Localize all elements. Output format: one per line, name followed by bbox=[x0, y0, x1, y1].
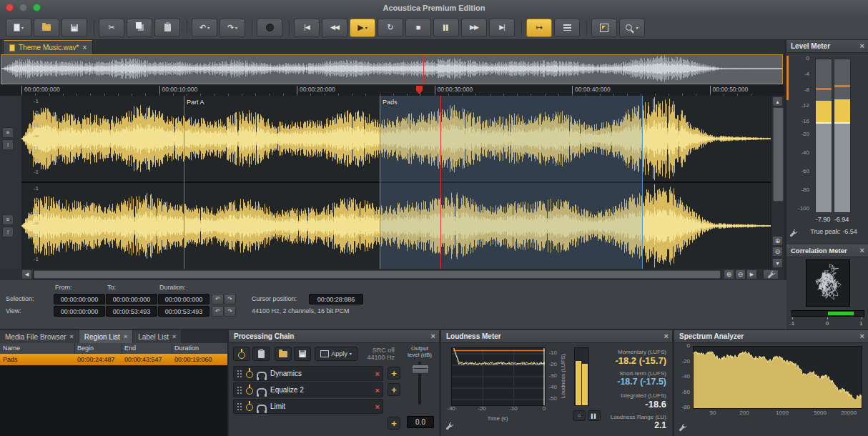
marker-label-pads[interactable]: Pads bbox=[383, 99, 398, 106]
open-file-button[interactable] bbox=[34, 19, 59, 37]
scroll-left-button[interactable]: ◀ bbox=[21, 269, 32, 279]
tab-media-file-browser[interactable]: Media File Browser × bbox=[0, 330, 79, 343]
view-undo-button[interactable]: ↶ bbox=[212, 306, 224, 317]
zoom-out-vertical-button[interactable]: ⊖ bbox=[772, 247, 783, 257]
view-to-field[interactable]: 00:00:53:493 bbox=[106, 306, 157, 317]
close-icon[interactable]: × bbox=[860, 247, 864, 254]
dropdown-icon[interactable]: ▾ bbox=[21, 26, 24, 30]
overview-waveform[interactable] bbox=[1, 54, 783, 84]
go-to-start-button[interactable]: |◀ bbox=[294, 19, 320, 37]
column-duration[interactable]: Duration bbox=[174, 345, 199, 352]
channel2-resize-button[interactable]: ↕ bbox=[2, 227, 14, 237]
power-icon[interactable] bbox=[246, 387, 253, 395]
selection-undo-button[interactable]: ↶ bbox=[212, 294, 224, 304]
close-icon[interactable]: × bbox=[860, 42, 864, 50]
spectrum-analyzer-titlebar[interactable]: Spectrum Analyzer × bbox=[674, 330, 868, 343]
go-to-end-button[interactable]: ▶| bbox=[489, 19, 515, 37]
column-begin[interactable]: Begin bbox=[77, 345, 94, 352]
waveform-viewport[interactable]: -1-5-11-∞-11-5-1 -1-5-11-∞-11-5-1 Part A… bbox=[21, 96, 771, 269]
scrollbar-settings-button[interactable] bbox=[763, 269, 779, 279]
column-end[interactable]: End bbox=[124, 345, 136, 352]
level-meter-titlebar[interactable]: Level Meter × bbox=[786, 40, 868, 53]
tab-label-list[interactable]: Label List × bbox=[133, 330, 181, 343]
marker-label-part-a[interactable]: Part A bbox=[187, 99, 204, 106]
zoom-window-button[interactable] bbox=[33, 4, 41, 11]
output-level-value[interactable]: 0.0 bbox=[407, 416, 434, 428]
selection-region[interactable] bbox=[380, 96, 642, 269]
spectrum-settings-button[interactable] bbox=[679, 422, 686, 435]
region-start-line[interactable] bbox=[380, 96, 380, 269]
add-effect-button[interactable]: + bbox=[388, 383, 400, 396]
horizontal-scroll-track[interactable] bbox=[33, 269, 721, 279]
region-list-header[interactable]: Name Begin End Duration bbox=[0, 343, 227, 355]
output-slider-thumb[interactable] bbox=[412, 365, 429, 374]
stop-button[interactable]: ■ bbox=[405, 19, 431, 37]
dropdown-icon[interactable]: ▾ bbox=[636, 26, 638, 30]
headphones-icon[interactable] bbox=[257, 388, 267, 395]
close-icon[interactable]: × bbox=[431, 332, 435, 340]
titlebar[interactable]: Acoustica Premium Edition bbox=[0, 0, 868, 16]
pause-button[interactable]: ▌▌ bbox=[433, 19, 459, 37]
minimize-window-button[interactable] bbox=[19, 4, 27, 11]
horizontal-scrollbar[interactable]: ◀ ⊕ ⊖ ▶ bbox=[0, 269, 784, 281]
loudness-meter-titlebar[interactable]: Loudness Meter × bbox=[441, 330, 672, 343]
level-meter-settings-button[interactable] bbox=[789, 227, 797, 240]
power-icon[interactable] bbox=[246, 371, 253, 378]
close-icon[interactable]: × bbox=[664, 332, 669, 340]
power-icon[interactable] bbox=[246, 404, 253, 411]
marker-line-part-a[interactable] bbox=[184, 96, 184, 269]
selection-from-field[interactable]: 00:00:00:000 bbox=[54, 294, 105, 304]
chain-open-button[interactable] bbox=[275, 347, 292, 361]
region-list[interactable]: Pads 00:00:24:487 00:00:43:547 00:00:19:… bbox=[0, 354, 227, 436]
close-tab-icon[interactable]: × bbox=[124, 334, 127, 340]
timeline-ruler[interactable]: 00:00:00:00000:00:10:00000:00:20:00000:0… bbox=[0, 84, 784, 96]
processing-chain-titlebar[interactable]: Processing Chain × bbox=[229, 330, 439, 343]
view-from-field[interactable]: 00:00:00:000 bbox=[54, 306, 105, 317]
label-list-button[interactable] bbox=[554, 19, 580, 37]
zoom-in-horizontal-button[interactable]: ⊕ bbox=[724, 269, 734, 279]
close-tab-icon[interactable]: × bbox=[172, 334, 176, 340]
record-button[interactable] bbox=[257, 19, 282, 37]
chain-paste-button[interactable] bbox=[252, 347, 270, 361]
close-icon[interactable]: × bbox=[860, 332, 864, 340]
remove-effect-icon[interactable]: × bbox=[375, 402, 380, 411]
zoom-out-horizontal-button[interactable]: ⊖ bbox=[735, 269, 746, 279]
close-tab-icon[interactable]: × bbox=[70, 334, 74, 340]
undo-button[interactable]: ↶▾ bbox=[192, 19, 217, 37]
selection-duration-field[interactable]: 00:00:00:000 bbox=[158, 294, 209, 304]
scrub-playback-button[interactable]: ↦ bbox=[526, 19, 552, 37]
document-tab[interactable]: Theme Music.wav* × bbox=[3, 40, 93, 54]
column-name[interactable]: Name bbox=[3, 345, 20, 352]
zoom-tool-button[interactable]: ▾ bbox=[619, 19, 645, 37]
close-tab-icon[interactable]: × bbox=[82, 44, 87, 51]
dropdown-icon[interactable]: ▾ bbox=[207, 26, 209, 30]
cursor-position-field[interactable]: 00:00:28:886 bbox=[309, 294, 363, 304]
region-row-pads[interactable]: Pads 00:00:24:487 00:00:43:547 00:00:19:… bbox=[0, 354, 227, 365]
scroll-down-button[interactable]: ▼ bbox=[772, 258, 783, 268]
new-file-button[interactable]: ▾ bbox=[6, 19, 31, 37]
fast-forward-button[interactable]: ▶▶ bbox=[461, 19, 487, 37]
scroll-right-button[interactable]: ▶ bbox=[746, 269, 757, 279]
dropdown-icon[interactable]: ▾ bbox=[365, 26, 368, 30]
cut-button[interactable]: ✂ bbox=[99, 19, 124, 37]
close-window-button[interactable] bbox=[6, 4, 14, 11]
drag-handle-icon[interactable] bbox=[237, 370, 242, 378]
remove-effect-icon[interactable]: × bbox=[375, 370, 380, 378]
chain-save-button[interactable] bbox=[294, 347, 311, 361]
selection-tool-button[interactable] bbox=[591, 19, 617, 37]
drag-handle-icon[interactable] bbox=[237, 386, 242, 395]
chain-power-button[interactable] bbox=[233, 347, 250, 361]
chain-item-dynamics[interactable]: Dynamics × bbox=[233, 366, 383, 381]
loop-button[interactable]: ↻ bbox=[378, 19, 403, 37]
vertical-scroll-thumb[interactable] bbox=[773, 107, 784, 202]
copy-button[interactable] bbox=[127, 19, 152, 37]
vertical-scrollbar[interactable]: ▲ ⊕ ⊖ ▼ bbox=[771, 96, 784, 269]
playhead-line[interactable] bbox=[440, 96, 441, 269]
correlation-meter-titlebar[interactable]: Correlation Meter × bbox=[786, 244, 868, 257]
loudness-settings-button[interactable] bbox=[445, 420, 453, 433]
paste-button[interactable] bbox=[154, 19, 180, 37]
add-effect-button[interactable]: + bbox=[388, 417, 400, 430]
headphones-icon[interactable] bbox=[257, 405, 267, 411]
drag-handle-icon[interactable] bbox=[237, 402, 242, 411]
region-end-line[interactable] bbox=[642, 96, 643, 269]
